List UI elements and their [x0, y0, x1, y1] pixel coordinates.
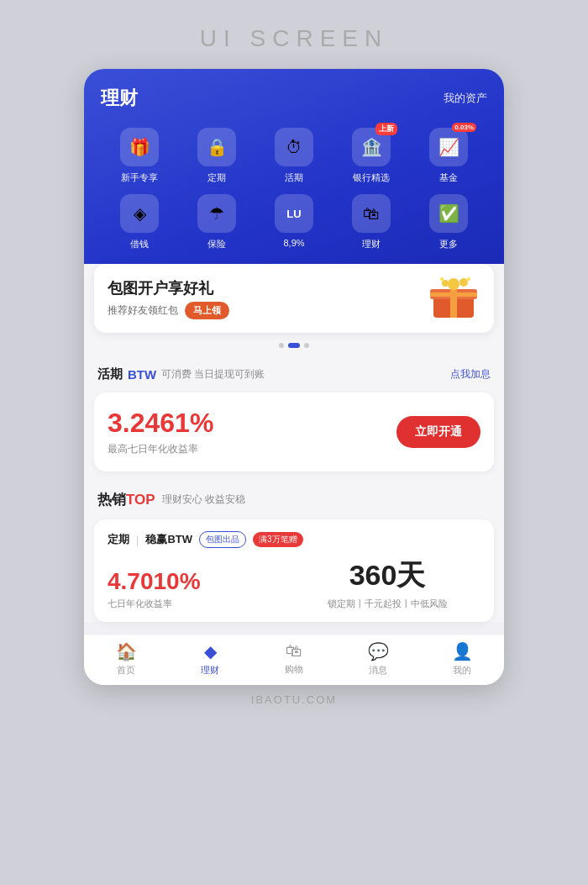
product-bottom: 4.7010% 七日年化收益率 360天 锁定期丨千元起投丨中低风险	[108, 556, 480, 610]
icon-more[interactable]: ✅ 更多	[410, 194, 487, 250]
product-days-section: 360天 锁定期丨千元起投丨中低风险	[294, 556, 480, 610]
nav-me-label: 我的	[453, 664, 471, 677]
open-btn[interactable]: 立即开通	[396, 416, 480, 448]
svg-rect-3	[430, 292, 477, 297]
svg-point-4	[448, 278, 459, 290]
header-top: 理财 我的资产	[101, 86, 487, 111]
product-tag-1: 包图出品	[199, 531, 246, 548]
svg-point-7	[467, 277, 470, 281]
dot-2-active	[288, 343, 300, 348]
section-title-huoqi: 活期	[97, 366, 123, 382]
icon-box-percent: LU	[275, 194, 313, 233]
product-card[interactable]: 定期 | 稳赢BTW 包图出品 满3万笔赠 4.7010% 七日年化收益率 36…	[94, 519, 494, 622]
header-area: 理财 我的资产 🎁 新手专享 🔒 定期 ⏱ 活期	[84, 69, 504, 276]
rate-card: 3.2461% 最高七日年化收益率 立即开通	[94, 392, 494, 471]
icon-current[interactable]: ⏱ 活期	[255, 128, 333, 184]
licai-icon: ◆	[204, 641, 217, 661]
icon-box-bank: 🏦 上新	[352, 128, 391, 166]
icon-licai[interactable]: 🛍 理财	[333, 194, 410, 250]
nav-msg-label: 消息	[369, 664, 387, 677]
icon-newbie[interactable]: 🎁 新手专享	[101, 128, 178, 184]
nav-shop[interactable]: 🛍 购物	[252, 641, 336, 677]
body-area: 包图开户享好礼 推荐好友领红包 马上领	[84, 264, 504, 622]
product-divider: |	[136, 534, 139, 546]
banner-sub: 推荐好友领红包 马上领	[108, 302, 427, 319]
rate-number: 3.2461%	[108, 408, 213, 439]
product-days: 360天	[294, 556, 480, 595]
nav-me[interactable]: 👤 我的	[420, 641, 504, 677]
nav-msg[interactable]: 💬 消息	[336, 641, 420, 677]
banner-title: 包图开户享好礼	[108, 278, 427, 298]
icon-box-licai: 🛍	[352, 194, 391, 233]
svg-point-6	[442, 280, 449, 287]
product-rate: 4.7010%	[108, 568, 294, 595]
icon-label-newbie: 新手专享	[121, 171, 158, 184]
icon-label-fund: 基金	[439, 171, 458, 184]
dot-3	[304, 343, 309, 348]
app-title: 理财	[101, 86, 138, 111]
hot-subtitle: 理财安心 收益安稳	[162, 493, 245, 507]
rate-desc: 最高七日年化收益率	[108, 442, 213, 456]
msg-icon: 💬	[368, 641, 389, 661]
icon-label-current: 活期	[285, 171, 303, 184]
product-rate-label: 七日年化收益率	[108, 598, 294, 610]
outer-wrapper: UI SCREEN 理财 我的资产 🎁 新手专享 🔒 定期 ⏱ 活期	[0, 0, 588, 885]
icon-insurance[interactable]: ☂ 保险	[178, 194, 255, 250]
product-days-label: 锁定期丨千元起投丨中低风险	[294, 598, 480, 610]
badge-new: 上新	[375, 123, 397, 135]
home-icon: 🏠	[116, 641, 137, 661]
nav-home-label: 首页	[117, 664, 135, 677]
section-subtitle: 可消费 当日提现可到账	[161, 367, 265, 382]
nav-shop-label: 购物	[285, 663, 303, 676]
product-type: 定期	[108, 532, 129, 547]
section-action-btn[interactable]: 点我加息	[450, 367, 491, 382]
product-top: 定期 | 稳赢BTW 包图出品 满3万笔赠	[108, 531, 480, 548]
current-section-header: 活期 BTW 可消费 当日提现可到账 点我加息	[84, 356, 504, 387]
icon-fund[interactable]: 📈 0.03% 基金	[410, 128, 487, 184]
nav-licai[interactable]: ◆ 理财	[168, 641, 252, 677]
icon-box-newbie: 🎁	[120, 128, 159, 166]
section-header-left: 活期 BTW 可消费 当日提现可到账	[97, 366, 265, 382]
icon-box-fund: 📈 0.03%	[429, 128, 468, 166]
icon-label-licai: 理财	[362, 238, 381, 250]
icon-label-borrow: 借钱	[130, 238, 149, 250]
me-icon: 👤	[452, 641, 473, 661]
banner-gift-svg	[427, 276, 480, 321]
icon-label-insurance: 保险	[207, 238, 226, 250]
icon-label-more: 更多	[439, 238, 458, 250]
section-title-btw: BTW	[128, 367, 156, 382]
bottom-nav: 🏠 首页 ◆ 理财 🛍 购物 💬 消息 👤 我的	[84, 634, 504, 685]
banner-action-btn[interactable]: 马上领	[185, 302, 229, 319]
hot-title: 热销TOP	[97, 490, 155, 509]
rate-left: 3.2461% 最高七日年化收益率	[108, 408, 213, 456]
banner-card[interactable]: 包图开户享好礼 推荐好友领红包 马上领	[94, 264, 494, 333]
icon-percent[interactable]: LU 8,9%	[255, 194, 333, 250]
nav-home[interactable]: 🏠 首页	[84, 641, 168, 677]
svg-point-8	[440, 277, 444, 281]
product-rate-section: 4.7010% 七日年化收益率	[108, 568, 294, 610]
icon-bank[interactable]: 🏦 上新 银行精选	[333, 128, 410, 184]
icon-box-borrow: ◈	[120, 194, 159, 233]
dots-row	[84, 343, 504, 348]
icon-label-fixed: 定期	[207, 171, 226, 184]
svg-point-5	[459, 278, 468, 287]
icon-box-fixed: 🔒	[197, 128, 236, 166]
banner-image	[427, 276, 480, 321]
icon-label-bank: 银行精选	[353, 171, 390, 184]
icon-borrow[interactable]: ◈ 借钱	[101, 194, 178, 250]
icon-label-percent: 8,9%	[283, 238, 304, 248]
nav-licai-label: 理财	[201, 664, 219, 677]
icon-grid-row1: 🎁 新手专享 🔒 定期 ⏱ 活期 🏦 上新 银行精选	[101, 128, 487, 250]
shop-icon: 🛍	[286, 641, 302, 661]
product-name: 稳赢BTW	[145, 532, 192, 547]
phone-frame: 理财 我的资产 🎁 新手专享 🔒 定期 ⏱ 活期	[84, 69, 504, 685]
hot-section-header: 热销TOP 理财安心 收益安稳	[84, 483, 504, 514]
dot-1	[279, 343, 284, 348]
icon-box-current: ⏱	[275, 128, 313, 166]
icon-box-more: ✅	[429, 194, 468, 233]
product-tag-2: 满3万笔赠	[253, 532, 303, 547]
icon-fixed[interactable]: 🔒 定期	[178, 128, 255, 184]
ui-screen-label: UI SCREEN	[200, 25, 388, 52]
my-assets-link[interactable]: 我的资产	[444, 91, 487, 106]
footer-label: IBAOTU.COM	[251, 693, 337, 706]
